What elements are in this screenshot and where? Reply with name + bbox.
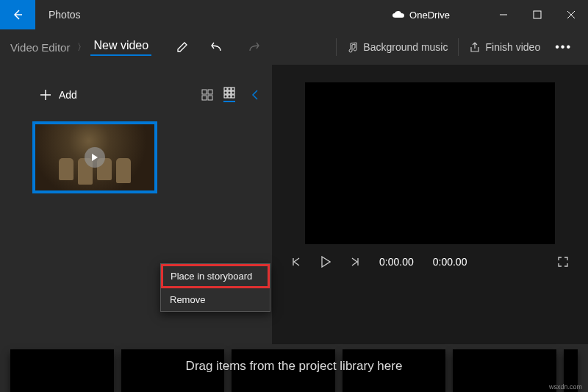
library-header: Add: [13, 87, 263, 102]
fullscreen-icon: [557, 256, 569, 268]
background-music-button[interactable]: Background music: [341, 41, 453, 53]
ctx-place-in-storyboard[interactable]: Place in storyboard: [161, 264, 270, 288]
onedrive-label: OneDrive: [409, 10, 450, 21]
app-title: Photos: [35, 9, 81, 21]
svg-rect-8: [232, 88, 234, 90]
current-time: 0:00.00: [379, 256, 414, 268]
undo-button[interactable]: [200, 29, 235, 65]
main-area: Add: [0, 65, 588, 344]
separator: [336, 38, 337, 56]
collapse-button[interactable]: [251, 89, 259, 101]
total-time: 0:00.00: [433, 256, 467, 268]
onedrive-status[interactable]: OneDrive: [392, 10, 450, 21]
maximize-button[interactable]: [520, 0, 554, 29]
add-label: Add: [59, 89, 77, 101]
minimize-button[interactable]: [487, 0, 520, 29]
pencil-icon: [176, 40, 189, 54]
grid-2x2-icon: [201, 89, 213, 101]
title-bar: Photos OneDrive: [0, 0, 588, 29]
breadcrumb-root[interactable]: Video Editor: [7, 41, 73, 54]
rename-button[interactable]: [165, 29, 200, 65]
watermark: wsxdn.com: [549, 383, 582, 391]
svg-rect-9: [224, 91, 227, 94]
svg-rect-11: [232, 91, 234, 94]
context-menu: Place in storyboard Remove: [160, 263, 270, 312]
close-button[interactable]: [554, 0, 588, 29]
svg-rect-1: [534, 11, 541, 18]
step-forward-icon: [350, 257, 360, 267]
maximize-icon: [533, 10, 542, 19]
back-button[interactable]: [0, 0, 35, 29]
svg-rect-6: [224, 88, 227, 90]
storyboard-slot[interactable]: [343, 349, 446, 392]
breadcrumb-current[interactable]: New video: [90, 39, 151, 56]
cloud-icon: [392, 10, 405, 19]
svg-rect-5: [208, 96, 212, 100]
storyboard-slot[interactable]: [232, 349, 335, 392]
separator: [458, 38, 459, 56]
toolbar: Video Editor 〉 New video Background musi…: [0, 29, 588, 65]
chevron-right-icon: 〉: [73, 41, 90, 54]
storyboard-slot[interactable]: [121, 349, 225, 392]
svg-rect-3: [208, 90, 212, 94]
back-arrow-icon: [12, 9, 24, 21]
project-library-panel: Add: [0, 65, 272, 344]
bg-music-label: Background music: [363, 41, 448, 53]
svg-rect-10: [228, 91, 231, 94]
close-icon: [567, 10, 576, 19]
add-button[interactable]: Add: [13, 89, 77, 101]
undo-icon: [210, 40, 225, 54]
redo-button[interactable]: [235, 29, 270, 65]
svg-rect-12: [224, 95, 227, 98]
svg-rect-14: [232, 95, 234, 98]
video-preview[interactable]: [305, 82, 555, 244]
fullscreen-button[interactable]: [557, 256, 569, 268]
playback-controls: 0:00.00 0:00.00: [287, 256, 573, 268]
window-controls: [487, 0, 588, 29]
svg-rect-4: [202, 96, 207, 100]
plus-icon: [40, 89, 51, 101]
grid-large-button[interactable]: [201, 89, 213, 101]
storyboard-strip[interactable]: Drag items from the project library here: [0, 344, 588, 392]
play-button[interactable]: [320, 256, 331, 268]
redo-icon: [245, 40, 260, 54]
svg-rect-2: [202, 90, 207, 94]
grid-3x3-icon: [223, 87, 235, 99]
chevron-left-icon: [251, 89, 259, 101]
svg-rect-7: [228, 88, 231, 90]
svg-rect-13: [228, 95, 231, 98]
storyboard-slot[interactable]: [453, 349, 556, 392]
ellipsis-icon: •••: [555, 40, 572, 53]
finish-label: Finish video: [485, 41, 540, 53]
play-icon: [91, 153, 98, 162]
minimize-icon: [499, 10, 508, 19]
more-button[interactable]: •••: [546, 40, 581, 54]
grid-small-button[interactable]: [223, 87, 235, 102]
play-icon: [320, 256, 331, 268]
export-icon: [469, 41, 481, 53]
finish-video-button[interactable]: Finish video: [463, 41, 546, 53]
music-icon: [347, 41, 359, 53]
prev-frame-button[interactable]: [291, 257, 301, 267]
step-back-icon: [291, 257, 301, 267]
library-thumbnail[interactable]: [32, 121, 157, 193]
preview-panel: 0:00.00 0:00.00: [272, 65, 588, 344]
storyboard-slot[interactable]: [10, 349, 114, 392]
next-frame-button[interactable]: [350, 257, 360, 267]
ctx-remove[interactable]: Remove: [161, 288, 270, 311]
view-toggle-group: [201, 87, 259, 102]
play-overlay[interactable]: [85, 147, 105, 168]
